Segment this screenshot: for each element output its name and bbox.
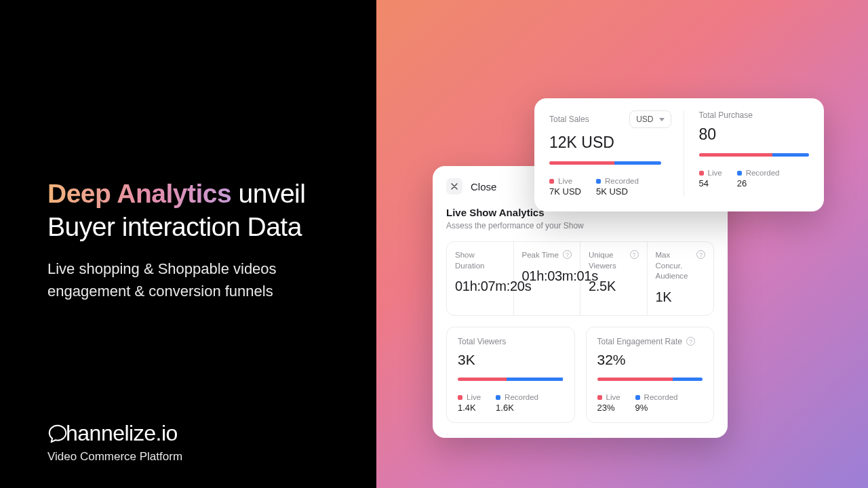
info-icon[interactable]: ? bbox=[686, 337, 695, 346]
brand-block: hannelize.io Video Commerce Platform bbox=[47, 421, 182, 464]
legend-recorded: Recorded5K USD bbox=[596, 177, 639, 197]
currency-value: USD bbox=[636, 115, 653, 124]
panel-value: 3K bbox=[458, 352, 564, 368]
brand-tagline: Video Commerce Platform bbox=[47, 450, 182, 464]
metric-label: Unique Viewers bbox=[589, 250, 626, 271]
panel-total-sales: Total Sales USD 12K USD Live7K USD Recor… bbox=[549, 110, 684, 197]
legend-recorded: Recorded1.6K bbox=[496, 393, 538, 413]
bar-live bbox=[549, 161, 614, 165]
info-icon[interactable]: ? bbox=[630, 250, 639, 259]
legend-live: Live54 bbox=[699, 169, 722, 188]
bar-live bbox=[699, 153, 773, 157]
info-icon[interactable]: ? bbox=[696, 250, 705, 259]
bar-recorded bbox=[772, 153, 809, 157]
chat-bubble-icon bbox=[47, 424, 68, 444]
metric-label: Max Concur. Audience bbox=[656, 250, 693, 282]
legend-live: Live7K USD bbox=[549, 177, 581, 197]
metric-value: 01h:03m:01s bbox=[522, 268, 572, 285]
brand-logo: hannelize.io bbox=[47, 421, 182, 446]
panel-value: 32% bbox=[597, 352, 703, 368]
metric-value: 2.5K bbox=[589, 278, 639, 295]
panel-value: 80 bbox=[699, 125, 809, 144]
close-label: Close bbox=[471, 181, 496, 192]
panel-engagement-rate: Total Engagement Rate? 32% Live23% Recor… bbox=[586, 327, 715, 423]
panel-value: 12K USD bbox=[549, 134, 671, 152]
currency-select[interactable]: USD bbox=[629, 110, 671, 128]
analytics-subtitle: Assess the performance of your Show bbox=[446, 221, 714, 230]
hero-headline: Deep Analytics unveil Buyer interaction … bbox=[47, 178, 332, 244]
panel-total-viewers: Total Viewers 3K Live1.4K Recorded1.6K bbox=[446, 327, 575, 423]
bar-recorded bbox=[673, 378, 703, 381]
panel-label: Total Sales bbox=[549, 115, 589, 124]
panel-label: Total Engagement Rate bbox=[597, 337, 682, 346]
hero-subhead: Live shopping & Shoppable videos engagem… bbox=[47, 258, 332, 302]
legend-live: Live1.4K bbox=[458, 393, 481, 413]
metric-value: 01h:07m:20s bbox=[455, 278, 505, 295]
split-bar bbox=[699, 153, 809, 157]
metric-show-duration: Show Duration 01h:07m:20s bbox=[447, 242, 514, 315]
split-bar bbox=[458, 378, 564, 381]
metric-peak-time: Peak Time? 01h:03m:01s bbox=[514, 242, 581, 315]
info-icon[interactable]: ? bbox=[563, 250, 572, 259]
close-icon bbox=[451, 183, 458, 190]
metric-unique-viewers: Unique Viewers? 2.5K bbox=[580, 242, 648, 315]
metric-label: Peak Time bbox=[522, 250, 559, 261]
bar-recorded bbox=[614, 161, 661, 165]
metrics-row: Show Duration 01h:07m:20s Peak Time? 01h… bbox=[446, 241, 714, 316]
metric-value: 1K bbox=[656, 289, 706, 306]
panel-total-purchase: Total Purchase 80 Live54 Recorded26 bbox=[684, 110, 809, 197]
chevron-down-icon bbox=[659, 118, 665, 121]
bar-live bbox=[458, 378, 507, 381]
close-button[interactable] bbox=[446, 178, 462, 195]
bar-live bbox=[597, 378, 673, 381]
split-bar bbox=[597, 378, 703, 381]
hero-headline-emphasis: Deep Analytics bbox=[47, 179, 231, 208]
brand-name: hannelize.io bbox=[66, 421, 178, 446]
metric-max-concurrent: Max Concur. Audience? 1K bbox=[648, 242, 714, 315]
panel-label: Total Purchase bbox=[699, 110, 809, 120]
legend-recorded: Recorded9% bbox=[635, 393, 678, 413]
bar-recorded bbox=[507, 378, 564, 381]
sales-card: Total Sales USD 12K USD Live7K USD Recor… bbox=[534, 98, 824, 211]
split-bar bbox=[549, 161, 661, 165]
metric-label: Show Duration bbox=[455, 250, 505, 271]
panel-label: Total Viewers bbox=[458, 337, 506, 346]
legend-live: Live23% bbox=[597, 393, 620, 413]
legend-recorded: Recorded26 bbox=[737, 169, 780, 188]
